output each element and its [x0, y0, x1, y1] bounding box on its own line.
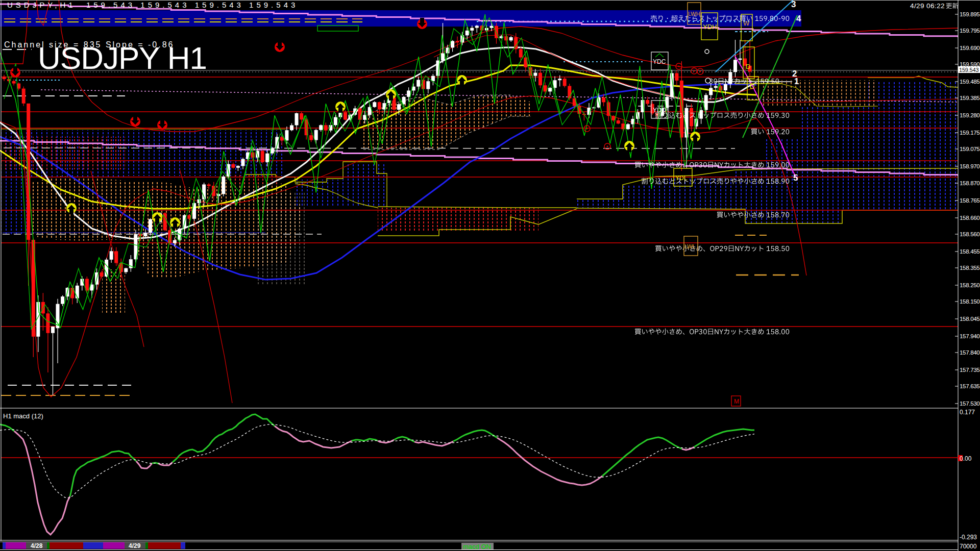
svg-text:158.560: 158.560 [960, 231, 979, 237]
svg-text:159.895: 159.895 [960, 11, 979, 17]
svg-text:4/29 06:22: 4/29 06:22 [910, 2, 945, 10]
svg-text:4/29: 4/29 [129, 542, 141, 549]
svg-text:3: 3 [791, 0, 796, 9]
svg-text:USDJPY H1: USDJPY H1 [38, 40, 207, 76]
svg-text:159.175: 159.175 [960, 130, 979, 136]
svg-text:158.765: 158.765 [960, 197, 979, 204]
svg-text:158.355: 158.355 [960, 265, 979, 271]
svg-text:W: W [743, 19, 750, 27]
svg-text:D: D [746, 63, 750, 70]
svg-text:macd ON: macd ON [463, 543, 491, 550]
svg-text:YDL: YDL [675, 174, 688, 182]
svg-text:YDC: YDC [653, 58, 666, 65]
svg-text:158.455: 158.455 [960, 248, 979, 255]
svg-text:157.840: 157.840 [960, 349, 979, 356]
svg-text:159.690: 159.690 [960, 45, 979, 51]
svg-text:159.543: 159.543 [959, 67, 978, 73]
svg-text:157.735: 157.735 [960, 367, 979, 373]
svg-text:-0.293: -0.293 [960, 534, 977, 541]
svg-text:YDH: YDH [703, 23, 717, 31]
svg-text:159.075: 159.075 [960, 146, 979, 152]
svg-text:159.385: 159.385 [960, 95, 979, 101]
svg-text:4: 4 [796, 14, 801, 23]
svg-text:0.00: 0.00 [960, 455, 972, 462]
svg-text:USDJPY,H1 159.543 159.543 159: USDJPY,H1 159.543 159.543 159.543 159.54… [7, 1, 298, 9]
svg-text:158.250: 158.250 [960, 282, 979, 288]
svg-text:158.150: 158.150 [960, 298, 979, 305]
svg-text:158.660: 158.660 [960, 215, 979, 221]
svg-text:0.177: 0.177 [960, 409, 975, 416]
svg-text:157.635: 157.635 [960, 383, 979, 389]
svg-text:LWH: LWH [688, 11, 700, 17]
svg-text:158.045: 158.045 [960, 316, 979, 322]
svg-text:159.795: 159.795 [960, 28, 979, 34]
svg-text:LWL: LWL [684, 243, 696, 249]
svg-text:157.530: 157.530 [960, 400, 979, 407]
svg-text:159.485: 159.485 [960, 79, 979, 85]
svg-text:159.280: 159.280 [960, 112, 979, 118]
svg-text:D: D [750, 83, 754, 90]
svg-text:M: M [734, 398, 739, 405]
svg-text:5: 5 [793, 173, 798, 183]
svg-text:H1 macd (12): H1 macd (12) [3, 412, 43, 420]
svg-text:YDO: YDO [653, 107, 666, 114]
svg-text:70000: 70000 [960, 543, 977, 550]
svg-text:158.970: 158.970 [960, 163, 979, 169]
svg-text:4/28: 4/28 [31, 542, 43, 549]
svg-text:157.940: 157.940 [960, 333, 979, 339]
svg-text:1: 1 [794, 77, 799, 86]
svg-text:158.870: 158.870 [960, 180, 979, 186]
